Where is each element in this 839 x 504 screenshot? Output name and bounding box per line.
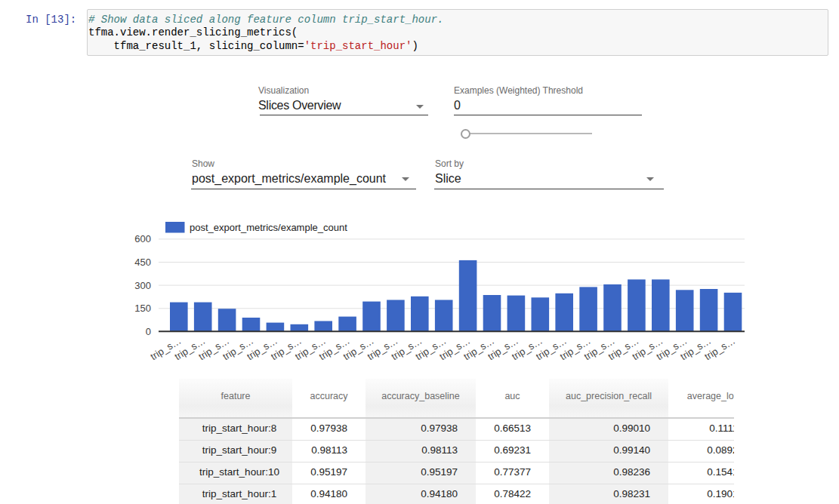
svg-text:150: 150 — [134, 303, 151, 314]
svg-text:post_export_metrics/example_co: post_export_metrics/example_count — [190, 222, 347, 233]
svg-text:600: 600 — [134, 233, 151, 244]
svg-text:0: 0 — [146, 326, 151, 337]
svg-text:450: 450 — [134, 257, 151, 268]
svg-text:300: 300 — [134, 280, 151, 291]
